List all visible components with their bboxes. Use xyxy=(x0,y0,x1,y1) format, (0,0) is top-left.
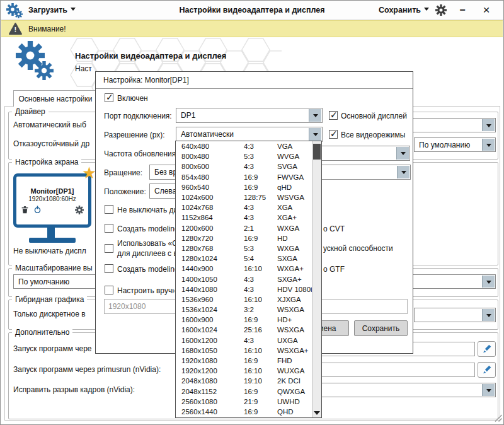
enabled-label[interactable]: Включен xyxy=(117,94,148,103)
primary-display-label[interactable]: Основной дисплей xyxy=(341,112,407,120)
cvt-rb-label-line1[interactable]: Использовать «CV xyxy=(117,239,183,248)
dialog-title: Настройка: Monitor[DP1] xyxy=(96,72,413,89)
chevron-down-icon xyxy=(482,119,495,131)
app-window: Загрузить Настройки видеоадаптера и дисп… xyxy=(0,0,504,425)
monitor-widget[interactable]: Monitor[DP1] 1920x1080:60Hz xyxy=(13,173,91,228)
primusrun-edit-button[interactable] xyxy=(478,362,496,378)
chevron-down-icon xyxy=(482,139,495,151)
resolution-option[interactable]: 1152x8644:3XGA+ xyxy=(176,212,312,223)
port-combo[interactable]: DP1 xyxy=(176,108,323,123)
chevron-down-icon xyxy=(309,109,321,122)
resolution-list: 640x4804:3VGA800x4805:3WVGA800x6004:3SVG… xyxy=(176,141,312,417)
monitor-actions xyxy=(16,206,88,214)
modeline-cvt-label[interactable]: Создать modeline xyxy=(117,224,179,233)
modeline-cvt-checkbox[interactable] xyxy=(105,224,113,233)
resolution-dropdown: 640x4804:3VGA800x4805:3WVGA800x6004:3SVG… xyxy=(175,141,322,418)
resolution-option[interactable]: 1680x105016:10WSXGA+ xyxy=(176,346,312,356)
driver-group-legend: Драйвер xyxy=(12,108,49,116)
settings-gear-button[interactable] xyxy=(433,1,449,20)
resolution-option[interactable]: 1600x102425:16WSXGA xyxy=(176,325,312,335)
scaling-group-legend: Масштабирование вы xyxy=(12,264,96,272)
modeline-cvt-label-tail: о CVT xyxy=(323,224,345,233)
failsafe-driver-label: Отказоустойчивый др xyxy=(13,139,89,148)
cvt-rb-label-tail: ускной способности xyxy=(323,244,393,253)
primary-display-checkbox[interactable] xyxy=(329,111,338,120)
resolution-option[interactable]: 2560x144016:9QHD xyxy=(176,407,312,417)
pencil-icon xyxy=(482,365,491,375)
resolution-option[interactable]: 2560x108021:9UWHD xyxy=(176,397,312,407)
keep-on-checkbox[interactable] xyxy=(105,205,113,214)
titlebar: Загрузить Настройки видеоадаптера и дисп… xyxy=(1,1,503,20)
modeline-gtf-label-tail: о GTF xyxy=(323,265,345,274)
resolution-option[interactable]: 2048x108019:102K DCI xyxy=(176,376,312,386)
resolution-option[interactable]: 800x4805:3WVGA xyxy=(176,151,312,161)
scrollbar-thumb[interactable] xyxy=(313,144,321,160)
resolution-option[interactable]: 1440x90016:10WXGA+ xyxy=(176,264,312,274)
cvt-rb-checkbox[interactable] xyxy=(105,244,113,253)
resolution-option[interactable]: 854x48016:9FWVGA xyxy=(176,172,312,182)
star-icon: ★ xyxy=(82,163,96,183)
power-icon[interactable] xyxy=(33,206,42,214)
cvt-rb-label-line2[interactable]: для дисплеев с в xyxy=(117,249,178,258)
tab-main-settings[interactable]: Основные настройки xyxy=(13,90,98,107)
modeline-gtf-label[interactable]: Создать modeline xyxy=(117,265,179,274)
close-button[interactable]: × xyxy=(478,1,495,20)
hybrid-group-legend: Гибридная графика xyxy=(12,296,87,304)
refresh-rate-label: Частота обновления xyxy=(104,149,176,158)
all-modes-label[interactable]: Все видеорежимы xyxy=(341,131,405,139)
resolution-option[interactable]: 1600x90016:9HD+ xyxy=(176,315,312,325)
primusrun-label: Запуск программ через primusrun (nVidia)… xyxy=(13,365,161,374)
resize-grip[interactable] xyxy=(494,414,503,422)
chevron-down-icon xyxy=(396,147,409,160)
save-button[interactable]: Сохранить xyxy=(354,320,408,336)
resolution-option[interactable]: 2048x115216:9QWXGA xyxy=(176,387,312,397)
resolution-option[interactable]: 1536x10243:2WSXGA xyxy=(176,305,312,315)
resolution-option[interactable]: 1280x72016:9HD xyxy=(176,233,312,243)
resolution-option[interactable]: 1280x7685:3WXGA xyxy=(176,243,312,253)
chevron-down-icon xyxy=(397,166,410,178)
minimize-button[interactable]: − xyxy=(454,1,471,20)
resolution-option[interactable]: 960x54016:9qHD xyxy=(176,182,312,192)
all-modes-checkbox[interactable] xyxy=(329,130,338,139)
resolution-option[interactable]: 1920x120016:10WUXGA xyxy=(176,366,312,376)
scroll-down-icon[interactable] xyxy=(312,408,321,417)
warning-text: Внимание! xyxy=(28,25,66,33)
enabled-checkbox[interactable] xyxy=(105,93,113,102)
chevron-down-icon xyxy=(482,276,495,288)
monitor-mode: 1920x1080:60Hz xyxy=(28,195,76,202)
chevron-down-icon xyxy=(424,8,429,13)
resolution-option[interactable]: 1024x7684:3XGA xyxy=(176,202,312,212)
page-subtitle: Наст xyxy=(75,64,92,73)
failsafe-driver-combo[interactable]: По умолчанию xyxy=(414,137,496,152)
hybrid-combo[interactable] xyxy=(414,308,496,322)
resolution-option[interactable]: 1920x108016:9FHD xyxy=(176,356,312,366)
resolution-option[interactable]: 1440x10804:3HDV 1080i xyxy=(176,284,312,294)
resolution-combo[interactable]: Автоматически xyxy=(176,127,323,142)
resolution-option[interactable]: 1536x96016:10XJXGA xyxy=(176,294,312,305)
monitor-stand-base xyxy=(29,238,76,243)
manual-checkbox[interactable] xyxy=(105,286,113,294)
save-menu-button[interactable]: Сохранить xyxy=(379,6,429,15)
page-title: Настройки видеоадаптера и дисплея xyxy=(75,51,226,61)
header-gears-icon xyxy=(16,41,45,73)
resolution-option[interactable]: 800x6004:3SVGA xyxy=(176,161,312,172)
monitor-stand-neck xyxy=(47,228,55,238)
screen-group-legend: Настройка экрана xyxy=(12,158,81,166)
keep-on-label[interactable]: Не выключать дис xyxy=(117,206,181,214)
scrollbar[interactable] xyxy=(312,141,321,417)
pencil-icon xyxy=(482,344,491,354)
gear-icon[interactable] xyxy=(75,206,84,214)
screen-keep-on-label: Не выключать диспл xyxy=(13,247,86,255)
resolution-option[interactable]: 640x4804:3VGA xyxy=(176,141,312,151)
warning-bar: Внимание! xyxy=(1,20,503,37)
run-programs-edit-button[interactable] xyxy=(478,341,496,357)
resolution-option[interactable]: 1024x600128:75WSVGA xyxy=(176,192,312,202)
trash-icon[interactable] xyxy=(21,206,29,214)
resolution-option[interactable]: 1200x6002:1WXGA xyxy=(176,223,312,233)
modeline-gtf-checkbox[interactable] xyxy=(105,264,113,273)
port-label: Порт подключения: xyxy=(104,112,172,120)
resolution-option[interactable]: 1600x12004:3UXGA xyxy=(176,335,312,346)
resolution-option[interactable]: 1400x10504:3SXGA+ xyxy=(176,274,312,284)
resolution-option[interactable]: 1280x10245:4SXGA xyxy=(176,253,312,264)
rotation-label: Вращение: xyxy=(104,168,142,177)
